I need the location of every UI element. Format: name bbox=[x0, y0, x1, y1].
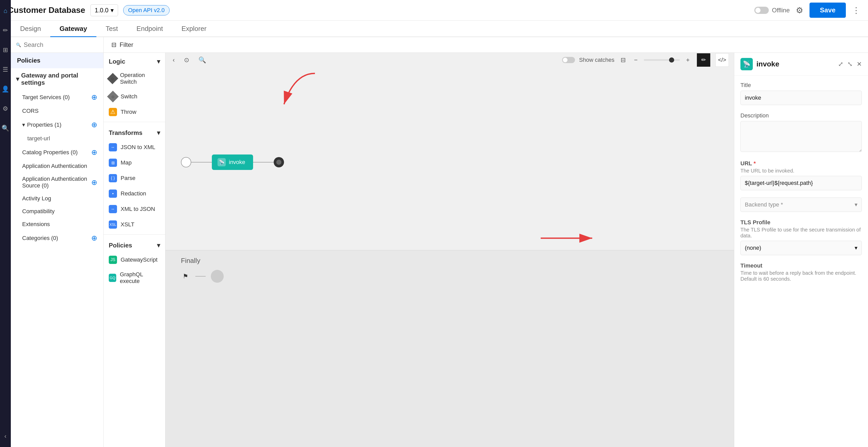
flow-line-1 bbox=[191, 162, 212, 163]
expand-icon[interactable]: ⤢ bbox=[838, 61, 843, 68]
backend-type-select[interactable]: Backend type * ▾ bbox=[740, 198, 862, 212]
tls-select[interactable]: (none) ▾ bbox=[740, 241, 862, 255]
tls-field-group: TLS Profile The TLS Profile to use for t… bbox=[740, 219, 862, 255]
canvas-container: Logic ▾ ◇ Operation Switch ◇ Switch ⚠ Th… bbox=[103, 53, 868, 447]
search-sidebar-icon[interactable]: 🔍 bbox=[0, 123, 11, 134]
policies-label: Policies bbox=[17, 57, 40, 64]
nav-activity-log[interactable]: Activity Log bbox=[11, 192, 103, 205]
nav-catalog-properties[interactable]: Catalog Properties (0) ⊕ bbox=[11, 145, 103, 160]
logic-panel: Logic ▾ ◇ Operation Switch ◇ Switch ⚠ Th… bbox=[103, 53, 165, 447]
topbar-left: Customer Database 1.0.0 ▾ Open API v2.0 bbox=[8, 4, 169, 16]
nav-compatibility[interactable]: Compatibility bbox=[11, 205, 103, 218]
add-properties-icon[interactable]: ⊕ bbox=[91, 121, 97, 129]
tab-test[interactable]: Test bbox=[96, 21, 127, 37]
transforms-map[interactable]: ⊞ Map bbox=[103, 155, 165, 170]
offline-switch[interactable] bbox=[754, 7, 769, 14]
policies-collapse-icon: ▾ bbox=[157, 242, 160, 249]
policies-gatewayscript[interactable]: JS GatewayScript bbox=[103, 252, 165, 268]
flow-end-node bbox=[274, 157, 284, 167]
collapse-icon[interactable]: ‹ bbox=[2, 431, 8, 442]
invoke-node-label: invoke bbox=[229, 159, 245, 166]
xml-to-json-label: XML to JSON bbox=[121, 206, 155, 212]
logic-collapse-icon: ▾ bbox=[157, 58, 160, 65]
tab-gateway[interactable]: Gateway bbox=[50, 21, 96, 37]
nav-extensions[interactable]: Extensions bbox=[11, 218, 103, 231]
version-select[interactable]: 1.0.0 ▾ bbox=[90, 4, 118, 16]
users-icon[interactable]: 👤 bbox=[0, 83, 11, 95]
transforms-section-header[interactable]: Transforms ▾ bbox=[103, 124, 165, 140]
graphql-label: GraphQL execute bbox=[120, 271, 160, 284]
version-chevron: ▾ bbox=[111, 7, 114, 14]
description-textarea[interactable] bbox=[740, 121, 862, 152]
close-invoke-icon[interactable]: ✕ bbox=[857, 61, 862, 68]
grid-icon[interactable]: ⊞ bbox=[1, 44, 10, 56]
nav-cors[interactable]: CORS bbox=[11, 105, 103, 117]
xml-to-json-icon: ↔ bbox=[109, 205, 117, 213]
json-to-xml-label: JSON to XML bbox=[121, 144, 155, 151]
graphql-icon: GQ bbox=[109, 274, 116, 282]
zoom-in-btn[interactable]: + bbox=[684, 54, 692, 66]
zoom-track bbox=[644, 59, 680, 61]
nav-properties[interactable]: ▾ Properties (1) ⊕ bbox=[11, 117, 103, 132]
add-target-services-icon[interactable]: ⊕ bbox=[91, 93, 97, 101]
canvas: ‹ ⊙ 🔍 Show catches ⊟ − + ✏ </> bbox=[165, 53, 734, 447]
offline-label: Offline bbox=[772, 7, 789, 14]
search-bar: 🔍 bbox=[11, 37, 103, 53]
settings-icon[interactable]: ⚙ bbox=[1, 103, 10, 114]
logic-operation-switch[interactable]: ◇ Operation Switch bbox=[103, 68, 165, 89]
logic-section-header[interactable]: Logic ▾ bbox=[103, 53, 165, 68]
url-required-star: * bbox=[752, 160, 756, 167]
canvas-home-btn[interactable]: ⊙ bbox=[182, 54, 191, 66]
nav-categories[interactable]: Categories (0) ⊕ bbox=[11, 231, 103, 245]
show-catches-toggle[interactable] bbox=[562, 57, 575, 63]
logic-throw[interactable]: ⚠ Throw bbox=[103, 104, 165, 120]
transforms-json-to-xml[interactable]: ↔ JSON to XML bbox=[103, 140, 165, 155]
more-options-icon[interactable]: ⋮ bbox=[852, 5, 860, 15]
logic-switch[interactable]: ◇ Switch bbox=[103, 89, 165, 104]
tab-design[interactable]: Design bbox=[11, 21, 50, 37]
redaction-icon: ▪ bbox=[109, 190, 117, 198]
add-catalog-icon[interactable]: ⊕ bbox=[91, 148, 97, 157]
url-input[interactable] bbox=[740, 176, 862, 190]
add-auth-source-icon[interactable]: ⊕ bbox=[91, 178, 97, 187]
edit-icon[interactable]: ✏ bbox=[1, 25, 10, 36]
flow-area: 📡 invoke bbox=[165, 67, 734, 257]
code-view-btn[interactable]: </> bbox=[715, 53, 729, 67]
canvas-search-btn[interactable]: 🔍 bbox=[196, 54, 208, 66]
url-field-hint: The URL to be invoked. bbox=[740, 168, 862, 174]
home-icon[interactable]: ⌂ bbox=[2, 5, 9, 16]
nav-app-auth[interactable]: Application Authentication bbox=[11, 160, 103, 173]
save-button[interactable]: Save bbox=[809, 3, 846, 18]
edit-mode-btn[interactable]: ✏ bbox=[697, 53, 710, 67]
collapse-arrow[interactable]: ▾ bbox=[16, 75, 19, 83]
nav-target-services[interactable]: Target Services (0) ⊕ bbox=[11, 90, 103, 105]
nav-target-url[interactable]: target-url bbox=[11, 132, 103, 145]
transforms-redaction[interactable]: ▪ Redaction bbox=[103, 186, 165, 201]
redaction-label: Redaction bbox=[121, 190, 146, 197]
canvas-icon-btn-1[interactable]: ⊟ bbox=[619, 54, 628, 66]
canvas-back-btn[interactable]: ‹ bbox=[170, 54, 177, 66]
transforms-parse[interactable]: { } Parse bbox=[103, 170, 165, 186]
tab-endpoint[interactable]: Endpoint bbox=[127, 21, 173, 37]
nav-policies[interactable]: Policies bbox=[11, 53, 103, 68]
invoke-panel: 📡 invoke ⤢ ⤡ ✕ Title Description bbox=[734, 53, 868, 447]
policies-graphql[interactable]: GQ GraphQL execute bbox=[103, 268, 165, 288]
fullscreen-icon[interactable]: ⤡ bbox=[847, 61, 852, 68]
nav-app-auth-source[interactable]: Application Authentication Source (0) ⊕ bbox=[11, 173, 103, 192]
list-icon[interactable]: ☰ bbox=[1, 64, 10, 75]
flow-start-node bbox=[181, 157, 191, 167]
transforms-xml-to-json[interactable]: ↔ XML to JSON bbox=[103, 201, 165, 217]
logic-section-label: Logic bbox=[109, 58, 125, 65]
invoke-flow-node[interactable]: 📡 invoke bbox=[212, 154, 253, 170]
side-navigation: ⌂ ✏ ⊞ ☰ 👤 ⚙ 🔍 ‹ bbox=[0, 0, 11, 447]
title-input[interactable] bbox=[740, 91, 862, 105]
search-input[interactable] bbox=[24, 41, 101, 48]
settings-gear-icon[interactable]: ⚙ bbox=[796, 5, 803, 15]
zoom-thumb[interactable] bbox=[669, 58, 674, 63]
tab-explorer[interactable]: Explorer bbox=[172, 21, 216, 37]
title-field-label: Title bbox=[740, 82, 862, 89]
policies-section-header[interactable]: Policies ▾ bbox=[103, 237, 165, 252]
add-categories-icon[interactable]: ⊕ bbox=[91, 234, 97, 242]
zoom-out-btn[interactable]: − bbox=[632, 54, 640, 66]
transforms-xslt[interactable]: XSL XSLT bbox=[103, 217, 165, 232]
